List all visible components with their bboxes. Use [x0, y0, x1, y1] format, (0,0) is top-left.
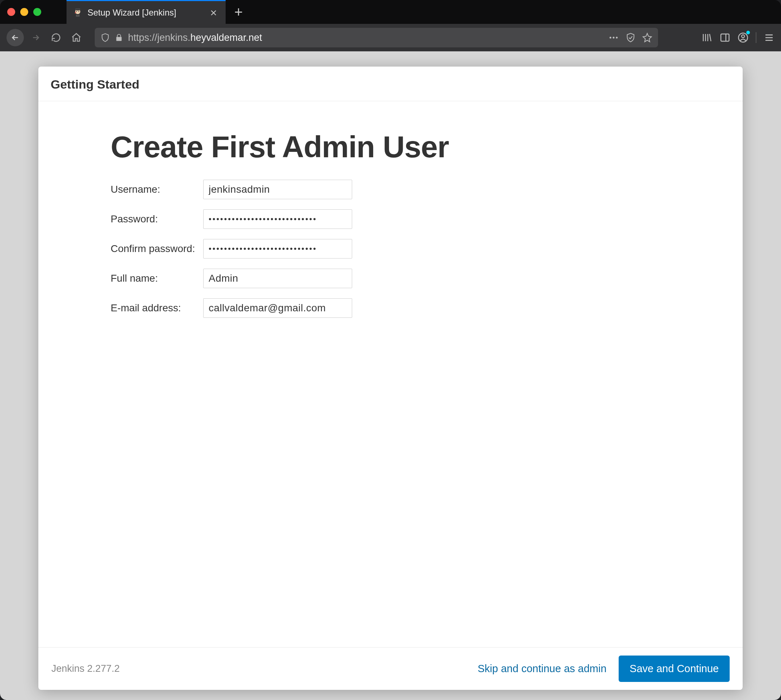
label-password: Password:	[111, 213, 203, 225]
svg-point-3	[76, 11, 77, 12]
lock-icon[interactable]	[115, 33, 123, 42]
library-icon[interactable]	[701, 32, 712, 43]
hamburger-menu-icon[interactable]	[764, 32, 774, 43]
form-row-fullname: Full name:	[111, 268, 670, 288]
window-minimize-button[interactable]	[20, 8, 28, 16]
tab-strip: Setup Wizard [Jenkins] × +	[0, 0, 781, 24]
dialog-footer: Jenkins 2.277.2 Skip and continue as adm…	[38, 647, 743, 690]
label-email: E-mail address:	[111, 302, 203, 314]
confirm-password-input[interactable]	[203, 239, 352, 258]
browser-window: Setup Wizard [Jenkins] × + https://jenki	[0, 0, 781, 700]
jenkins-favicon-icon	[73, 8, 82, 17]
svg-point-5	[609, 37, 611, 39]
svg-point-4	[78, 11, 79, 12]
svg-point-10	[742, 35, 744, 38]
url-text: https://jenkins.heyvaldemar.net	[128, 32, 603, 43]
form-row-email: E-mail address:	[111, 298, 670, 318]
browser-toolbar: https://jenkins.heyvaldemar.net	[0, 24, 781, 51]
forward-button[interactable]	[27, 29, 44, 46]
svg-rect-2	[75, 9, 80, 9]
viewport: Getting Started Create First Admin User …	[0, 51, 781, 700]
window-controls	[7, 8, 41, 16]
dialog-body: Create First Admin User Username: Passwo…	[38, 101, 743, 647]
form-row-username: Username:	[111, 180, 670, 199]
page-title: Create First Admin User	[111, 130, 670, 165]
window-maximize-button[interactable]	[33, 8, 41, 16]
bookmark-star-icon[interactable]	[642, 33, 652, 43]
url-prefix: https://jenkins.	[128, 32, 191, 43]
setup-wizard-dialog: Getting Started Create First Admin User …	[38, 67, 743, 690]
skip-button[interactable]: Skip and continue as admin	[478, 663, 606, 675]
email-input[interactable]	[203, 298, 352, 318]
label-fullname: Full name:	[111, 273, 203, 284]
label-username: Username:	[111, 184, 203, 195]
form-row-confirm-password: Confirm password:	[111, 239, 670, 258]
version-label: Jenkins 2.277.2	[52, 663, 120, 674]
url-host: heyvaldemar.net	[191, 32, 262, 43]
home-button[interactable]	[68, 29, 85, 46]
account-icon[interactable]	[738, 32, 748, 43]
more-icon[interactable]	[608, 32, 619, 43]
label-confirm-password: Confirm password:	[111, 243, 203, 255]
svg-point-7	[616, 37, 618, 39]
dialog-header: Getting Started	[38, 67, 743, 101]
fullname-input[interactable]	[203, 268, 352, 288]
save-continue-button[interactable]: Save and Continue	[619, 655, 729, 682]
sidebar-icon[interactable]	[719, 32, 730, 43]
window-close-button[interactable]	[7, 8, 15, 16]
form-row-password: Password:	[111, 209, 670, 229]
tab-close-icon[interactable]: ×	[209, 7, 218, 18]
shield-icon[interactable]	[100, 33, 110, 42]
username-input[interactable]	[203, 180, 352, 199]
back-button[interactable]	[7, 29, 24, 46]
browser-tab-active[interactable]: Setup Wizard [Jenkins] ×	[67, 0, 226, 24]
toolbar-right	[701, 32, 774, 43]
svg-rect-8	[721, 34, 729, 41]
address-bar[interactable]: https://jenkins.heyvaldemar.net	[95, 28, 658, 47]
svg-point-6	[613, 37, 614, 39]
tracking-shield-icon[interactable]	[626, 33, 636, 43]
dialog-header-title: Getting Started	[51, 77, 730, 92]
new-tab-button[interactable]: +	[234, 5, 243, 19]
reload-button[interactable]	[48, 29, 64, 46]
tab-title: Setup Wizard [Jenkins]	[88, 8, 203, 18]
footer-actions: Skip and continue as admin Save and Cont…	[478, 655, 729, 682]
password-input[interactable]	[203, 209, 352, 229]
